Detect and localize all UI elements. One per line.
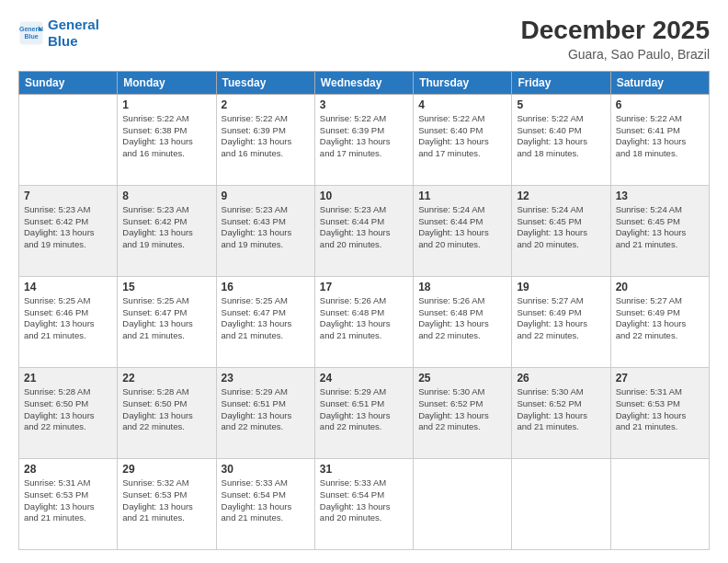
table-row: [19, 94, 118, 185]
header-saturday: Saturday: [610, 71, 709, 94]
table-row: 11Sunrise: 5:24 AM Sunset: 6:44 PM Dayli…: [414, 185, 512, 276]
logo: General Blue General Blue: [18, 17, 99, 50]
logo-text-blue: Blue: [48, 33, 99, 50]
day-number: 19: [517, 281, 605, 293]
table-row: [610, 458, 709, 549]
day-number: 10: [320, 190, 408, 202]
table-row: 4Sunrise: 5:22 AM Sunset: 6:40 PM Daylig…: [414, 94, 512, 185]
day-info: Sunrise: 5:28 AM Sunset: 6:50 PM Dayligh…: [24, 386, 112, 433]
table-row: 29Sunrise: 5:32 AM Sunset: 6:53 PM Dayli…: [118, 458, 216, 549]
day-info: Sunrise: 5:24 AM Sunset: 6:45 PM Dayligh…: [517, 204, 605, 251]
day-info: Sunrise: 5:27 AM Sunset: 6:49 PM Dayligh…: [616, 295, 704, 342]
header-wednesday: Wednesday: [314, 71, 413, 94]
logo-text-general: General: [48, 17, 99, 33]
day-number: 7: [24, 190, 112, 202]
day-number: 22: [122, 372, 210, 385]
day-number: 28: [24, 463, 112, 476]
day-info: Sunrise: 5:23 AM Sunset: 6:42 PM Dayligh…: [122, 204, 210, 251]
day-info: Sunrise: 5:22 AM Sunset: 6:40 PM Dayligh…: [418, 113, 506, 160]
day-number: 14: [24, 281, 112, 293]
day-number: 5: [517, 98, 605, 111]
table-row: 10Sunrise: 5:23 AM Sunset: 6:44 PM Dayli…: [314, 185, 413, 276]
day-info: Sunrise: 5:27 AM Sunset: 6:49 PM Dayligh…: [517, 295, 605, 342]
header: General Blue General Blue December 2025 …: [18, 17, 710, 62]
table-row: 19Sunrise: 5:27 AM Sunset: 6:49 PM Dayli…: [512, 276, 610, 367]
day-info: Sunrise: 5:29 AM Sunset: 6:51 PM Dayligh…: [222, 386, 310, 433]
table-row: 24Sunrise: 5:29 AM Sunset: 6:51 PM Dayli…: [314, 367, 413, 458]
day-info: Sunrise: 5:22 AM Sunset: 6:41 PM Dayligh…: [616, 113, 704, 160]
calendar-week-row: 14Sunrise: 5:25 AM Sunset: 6:46 PM Dayli…: [19, 276, 710, 367]
day-number: 24: [320, 372, 408, 385]
header-monday: Monday: [118, 71, 216, 94]
header-friday: Friday: [512, 71, 610, 94]
day-info: Sunrise: 5:28 AM Sunset: 6:50 PM Dayligh…: [122, 386, 210, 433]
table-row: 6Sunrise: 5:22 AM Sunset: 6:41 PM Daylig…: [610, 94, 709, 185]
day-info: Sunrise: 5:23 AM Sunset: 6:43 PM Dayligh…: [222, 204, 310, 251]
title-block: December 2025 Guara, Sao Paulo, Brazil: [521, 17, 710, 62]
calendar-week-row: 7Sunrise: 5:23 AM Sunset: 6:42 PM Daylig…: [19, 185, 710, 276]
table-row: 16Sunrise: 5:25 AM Sunset: 6:47 PM Dayli…: [216, 276, 314, 367]
day-number: 25: [418, 372, 506, 385]
table-row: 27Sunrise: 5:31 AM Sunset: 6:53 PM Dayli…: [610, 367, 709, 458]
day-number: 11: [418, 190, 506, 202]
day-info: Sunrise: 5:22 AM Sunset: 6:39 PM Dayligh…: [320, 113, 408, 160]
calendar-week-row: 28Sunrise: 5:31 AM Sunset: 6:53 PM Dayli…: [19, 458, 710, 549]
day-number: 4: [418, 98, 506, 111]
table-row: [414, 458, 512, 549]
table-row: 23Sunrise: 5:29 AM Sunset: 6:51 PM Dayli…: [216, 367, 314, 458]
calendar-week-row: 1Sunrise: 5:22 AM Sunset: 6:38 PM Daylig…: [19, 94, 710, 185]
table-row: 3Sunrise: 5:22 AM Sunset: 6:39 PM Daylig…: [314, 94, 413, 185]
day-info: Sunrise: 5:22 AM Sunset: 6:40 PM Dayligh…: [517, 113, 605, 160]
day-number: 29: [122, 463, 210, 476]
svg-text:Blue: Blue: [24, 33, 38, 40]
day-number: 2: [222, 98, 310, 111]
table-row: 21Sunrise: 5:28 AM Sunset: 6:50 PM Dayli…: [19, 367, 118, 458]
page: General Blue General Blue December 2025 …: [0, 0, 728, 563]
calendar-table: Sunday Monday Tuesday Wednesday Thursday…: [18, 71, 710, 550]
table-row: 22Sunrise: 5:28 AM Sunset: 6:50 PM Dayli…: [118, 367, 216, 458]
table-row: 1Sunrise: 5:22 AM Sunset: 6:38 PM Daylig…: [118, 94, 216, 185]
day-info: Sunrise: 5:23 AM Sunset: 6:44 PM Dayligh…: [320, 204, 408, 251]
day-info: Sunrise: 5:30 AM Sunset: 6:52 PM Dayligh…: [418, 386, 506, 433]
table-row: 15Sunrise: 5:25 AM Sunset: 6:47 PM Dayli…: [118, 276, 216, 367]
day-info: Sunrise: 5:25 AM Sunset: 6:47 PM Dayligh…: [222, 295, 310, 342]
subtitle: Guara, Sao Paulo, Brazil: [521, 47, 710, 62]
header-tuesday: Tuesday: [216, 71, 314, 94]
day-number: 12: [517, 190, 605, 202]
day-number: 13: [616, 190, 704, 202]
table-row: 26Sunrise: 5:30 AM Sunset: 6:52 PM Dayli…: [512, 367, 610, 458]
day-number: 31: [320, 463, 408, 476]
day-number: 16: [222, 281, 310, 293]
day-number: 18: [418, 281, 506, 293]
day-number: 6: [616, 98, 704, 111]
table-row: 12Sunrise: 5:24 AM Sunset: 6:45 PM Dayli…: [512, 185, 610, 276]
day-number: 1: [122, 98, 210, 111]
table-row: 31Sunrise: 5:33 AM Sunset: 6:54 PM Dayli…: [314, 458, 413, 549]
day-info: Sunrise: 5:33 AM Sunset: 6:54 PM Dayligh…: [320, 477, 408, 524]
day-info: Sunrise: 5:32 AM Sunset: 6:53 PM Dayligh…: [122, 477, 210, 524]
day-number: 27: [616, 372, 704, 385]
day-number: 15: [122, 281, 210, 293]
table-row: 2Sunrise: 5:22 AM Sunset: 6:39 PM Daylig…: [216, 94, 314, 185]
day-info: Sunrise: 5:22 AM Sunset: 6:38 PM Dayligh…: [122, 113, 210, 160]
header-sunday: Sunday: [19, 71, 118, 94]
day-info: Sunrise: 5:25 AM Sunset: 6:46 PM Dayligh…: [24, 295, 112, 342]
day-info: Sunrise: 5:26 AM Sunset: 6:48 PM Dayligh…: [320, 295, 408, 342]
main-title: December 2025: [521, 17, 710, 45]
table-row: 25Sunrise: 5:30 AM Sunset: 6:52 PM Dayli…: [414, 367, 512, 458]
day-number: 21: [24, 372, 112, 385]
day-info: Sunrise: 5:23 AM Sunset: 6:42 PM Dayligh…: [24, 204, 112, 251]
day-info: Sunrise: 5:30 AM Sunset: 6:52 PM Dayligh…: [517, 386, 605, 433]
table-row: 20Sunrise: 5:27 AM Sunset: 6:49 PM Dayli…: [610, 276, 709, 367]
table-row: 18Sunrise: 5:26 AM Sunset: 6:48 PM Dayli…: [414, 276, 512, 367]
calendar-header-row: Sunday Monday Tuesday Wednesday Thursday…: [19, 71, 710, 94]
table-row: 30Sunrise: 5:33 AM Sunset: 6:54 PM Dayli…: [216, 458, 314, 549]
table-row: [512, 458, 610, 549]
table-row: 28Sunrise: 5:31 AM Sunset: 6:53 PM Dayli…: [19, 458, 118, 549]
header-thursday: Thursday: [414, 71, 512, 94]
table-row: 14Sunrise: 5:25 AM Sunset: 6:46 PM Dayli…: [19, 276, 118, 367]
day-info: Sunrise: 5:33 AM Sunset: 6:54 PM Dayligh…: [222, 477, 310, 524]
day-info: Sunrise: 5:24 AM Sunset: 6:45 PM Dayligh…: [616, 204, 704, 251]
day-info: Sunrise: 5:31 AM Sunset: 6:53 PM Dayligh…: [616, 386, 704, 433]
table-row: 8Sunrise: 5:23 AM Sunset: 6:42 PM Daylig…: [118, 185, 216, 276]
